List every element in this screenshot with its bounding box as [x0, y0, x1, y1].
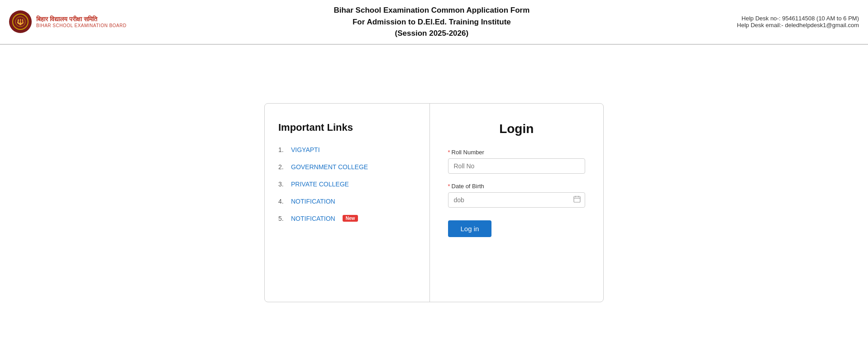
link-vigyapti[interactable]: VIGYAPTI — [291, 146, 320, 153]
list-item: 2. GOVERNMENT COLLEGE — [278, 163, 416, 171]
header-title-text: Bihar School Examination Common Applicat… — [126, 5, 737, 39]
list-item: 1. VIGYAPTI — [278, 146, 416, 153]
main-card: Important Links 1. VIGYAPTI 2. GOVERNMEN… — [264, 103, 604, 302]
logo-emblem: 🔱 — [9, 10, 32, 33]
svg-text:🔱: 🔱 — [17, 18, 24, 26]
link-notification-2[interactable]: NOTIFICATION — [291, 215, 335, 222]
helpdesk-email: Help Desk email:- deledhelpdesk1@gmail.c… — [737, 22, 859, 29]
helpdesk-phone: Help Desk no-: 9546114508 (10 AM to 6 PM… — [737, 15, 859, 22]
logo-text: बिहार विद्यालय परीक्षा समिति BIHAR SCHOO… — [36, 15, 126, 28]
roll-number-group: *Roll Number — [448, 149, 586, 174]
roll-number-input[interactable] — [448, 158, 586, 174]
logo-english: BIHAR SCHOOL EXAMINATION BOARD — [36, 23, 126, 28]
dob-input[interactable] — [448, 192, 586, 208]
login-panel: Login *Roll Number *Date of Birth — [430, 104, 604, 302]
login-heading: Login — [499, 122, 534, 136]
important-links-heading: Important Links — [278, 122, 416, 133]
roll-number-label: *Roll Number — [448, 149, 586, 156]
header: 🔱 बिहार विद्यालय परीक्षा समिति BIHAR SCH… — [0, 0, 868, 45]
dob-label: *Date of Birth — [448, 183, 586, 190]
logo-icon: 🔱 — [12, 14, 29, 30]
header-title: Bihar School Examination Common Applicat… — [126, 5, 737, 39]
helpdesk-info: Help Desk no-: 9546114508 (10 AM to 6 PM… — [737, 15, 859, 29]
links-list: 1. VIGYAPTI 2. GOVERNMENT COLLEGE 3. PRI… — [278, 146, 416, 222]
link-government-college[interactable]: GOVERNMENT COLLEGE — [291, 163, 368, 171]
dob-group: *Date of Birth — [448, 183, 586, 208]
logo-section: 🔱 बिहार विद्यालय परीक्षा समिति BIHAR SCH… — [9, 10, 126, 33]
important-links-panel: Important Links 1. VIGYAPTI 2. GOVERNMEN… — [265, 104, 430, 302]
list-item: 3. PRIVATE COLLEGE — [278, 181, 416, 188]
list-item: 5. NOTIFICATION New — [278, 215, 416, 222]
link-private-college[interactable]: PRIVATE COLLEGE — [291, 181, 349, 188]
dob-input-wrapper — [448, 192, 586, 208]
logo-hindi: बिहार विद्यालय परीक्षा समिति — [36, 15, 126, 23]
login-button[interactable]: Log in — [448, 220, 492, 237]
new-badge: New — [343, 215, 358, 222]
main-content: Important Links 1. VIGYAPTI 2. GOVERNMEN… — [0, 45, 868, 352]
list-item: 4. NOTIFICATION — [278, 198, 416, 205]
link-notification-1[interactable]: NOTIFICATION — [291, 198, 335, 205]
